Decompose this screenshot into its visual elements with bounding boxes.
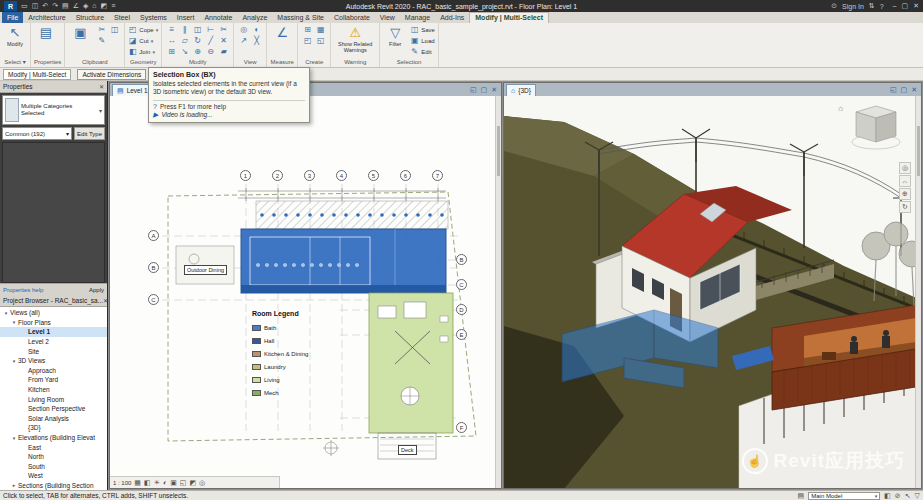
create-parts-icon[interactable]: ◱ (314, 35, 327, 46)
trim-icon[interactable]: ╱ (204, 35, 217, 46)
print-icon[interactable]: ▤ (62, 1, 69, 11)
worksets-icon[interactable]: ▤ (798, 492, 805, 500)
view-scale[interactable]: 1 : 100 (113, 480, 131, 486)
tree-item[interactable]: Site (0, 346, 107, 356)
close-properties-icon[interactable]: ✕ (99, 83, 104, 90)
detail-level-icon[interactable]: ▦ (134, 479, 141, 487)
tree-item[interactable]: Section Perspective (0, 404, 107, 414)
tree-item[interactable]: Level 1 (0, 327, 107, 337)
pin-icon[interactable]: ⊕ (191, 46, 204, 57)
exchange-apps-icon[interactable]: ⇅ (869, 2, 875, 10)
ribbon-tab[interactable]: File (2, 12, 23, 23)
design-options-dropdown[interactable]: Main Model ▾ (808, 492, 880, 500)
tree-item[interactable]: South (0, 462, 107, 472)
ribbon-tab[interactable]: Manage (400, 12, 435, 23)
close-view-icon[interactable]: ✕ (491, 86, 497, 94)
type-selector-dropdown-icon[interactable]: ▾ (99, 107, 102, 114)
selected-floor-region[interactable] (241, 229, 446, 293)
geometry-tool-button[interactable]: ◧ Join ▾ (128, 46, 158, 57)
close-project-browser-icon[interactable]: ✕ (103, 297, 107, 304)
ribbon-tab[interactable]: Analyze (237, 12, 272, 23)
paste-button[interactable]: ▣ (68, 24, 92, 41)
maximize-view-icon[interactable]: ▢ (481, 86, 488, 94)
crop-view-icon[interactable]: ▣ (170, 479, 177, 487)
properties-palette-button[interactable]: ▤ (34, 24, 58, 41)
geometry-tool-button[interactable]: ◰ Cope ▾ (128, 24, 158, 35)
delete-icon[interactable]: ✕ (217, 35, 230, 46)
override-graphics-icon[interactable]: ◐ (250, 24, 263, 35)
dropdown-arrow-icon[interactable]: ▾ (156, 27, 159, 33)
visual-style-icon[interactable]: ◧ (144, 479, 151, 487)
dropdown-arrow-icon[interactable]: ▾ (152, 49, 155, 55)
tree-item[interactable]: Level 2 (0, 337, 107, 347)
create-assembly-icon[interactable]: ◰ (301, 35, 314, 46)
ribbon-tab[interactable]: Systems (135, 12, 172, 23)
ribbon-tab[interactable]: Collaborate (329, 12, 375, 23)
selection-tool-button[interactable]: ✎ Edit (410, 46, 435, 57)
tree-item[interactable]: East (0, 442, 107, 452)
filter-button[interactable]: ▽ Filter (383, 24, 407, 48)
properties-help-link[interactable]: Properties help (3, 287, 43, 293)
3d-canvas[interactable]: ⌂ ◎⇔⊕↻ ☝ Revit应用技巧 (504, 96, 921, 488)
view-tab-3d[interactable]: ⌂ {3D} (506, 84, 536, 96)
type-selector[interactable]: Multiple Categories Selected ▾ (2, 95, 105, 125)
search-icon[interactable]: ⊙ (831, 2, 837, 10)
navigation-wheel-icon[interactable]: ◎ (899, 162, 911, 174)
align-icon[interactable]: ≡ (165, 24, 178, 35)
cut-icon[interactable]: ✂ (95, 24, 108, 35)
crop-region-icon[interactable]: ◱ (180, 479, 187, 487)
create-similar-icon[interactable]: ▦ (314, 24, 327, 35)
selection-tool-button[interactable]: ◫ Save (410, 24, 435, 35)
sun-path-icon[interactable]: ☀ (154, 479, 160, 487)
tree-item[interactable]: ▾ Views (all) (0, 308, 107, 318)
ribbon-tab[interactable]: Steel (109, 12, 135, 23)
temporary-hide-icon[interactable]: ◩ (189, 479, 196, 487)
editable-only-icon[interactable]: ◧ (884, 492, 891, 500)
rotate-icon[interactable]: ↻ (191, 35, 204, 46)
tree-item[interactable]: ▸ Sections (Building Section (0, 481, 107, 490)
view-tab-level-1[interactable]: ▤ Level 1 (112, 84, 153, 96)
ribbon-tab[interactable]: Add-Ins (435, 12, 469, 23)
tree-item[interactable]: North (0, 452, 107, 462)
ribbon-tab[interactable]: View (375, 12, 400, 23)
plan-vertical-scrollbar[interactable] (495, 96, 501, 488)
match-type-icon[interactable]: ✎ (95, 35, 108, 46)
revit-logo[interactable]: R (4, 1, 17, 11)
ribbon-tab[interactable]: Structure (71, 12, 109, 23)
ribbon-tab[interactable]: Massing & Site (272, 12, 329, 23)
close-view-icon[interactable]: ✕ (911, 86, 917, 94)
unpin-icon[interactable]: ⊖ (204, 46, 217, 57)
selection-filter-icon[interactable]: ▽ (915, 492, 920, 500)
select-group-label[interactable]: Select ▾ (3, 57, 27, 67)
ribbon-tab[interactable]: Insert (172, 12, 200, 23)
undo-icon[interactable]: ↶ (42, 1, 48, 11)
tree-item[interactable]: {3D} (0, 423, 107, 433)
tree-expander-icon[interactable]: ▾ (10, 319, 18, 325)
orbit-icon[interactable]: ↻ (899, 201, 911, 213)
restore-icon[interactable]: ▢ (902, 2, 909, 10)
tree-item[interactable]: ▾ Floor Plans (0, 318, 107, 328)
tree-item[interactable]: From Yard (0, 375, 107, 385)
selection-tool-button[interactable]: ▣ Load (410, 35, 435, 46)
pan-icon[interactable]: ⇔ (899, 175, 911, 187)
ribbon-tab[interactable]: Annotate (199, 12, 237, 23)
press-drag-icon[interactable]: ↖ (905, 492, 911, 500)
copy-tool-icon[interactable]: ▱ (178, 35, 191, 46)
array-icon[interactable]: ⊞ (165, 46, 178, 57)
hide-elements-icon[interactable]: ◎ (237, 24, 250, 35)
properties-filter-dropdown[interactable]: Common (192) ▾ (2, 127, 72, 140)
match-icon[interactable]: ▰ (217, 46, 230, 57)
show-related-warnings-button[interactable]: ⚠ Show Related Warnings (334, 24, 376, 55)
minimize-icon[interactable]: – (893, 2, 897, 10)
project-browser-header[interactable]: Project Browser - RAC_basic_sa... ✕ (0, 295, 107, 307)
tree-item[interactable]: Solar Analysis (0, 414, 107, 424)
offset-icon[interactable]: ∥ (178, 24, 191, 35)
tree-item[interactable]: Living Room (0, 394, 107, 404)
reveal-hidden-icon[interactable]: ◎ (199, 479, 205, 487)
tree-item[interactable]: ▾ Elevations (Building Elevat (0, 433, 107, 443)
3d-vertical-scrollbar[interactable] (915, 96, 921, 488)
edit-type-button[interactable]: Edit Type (74, 127, 105, 140)
scale-icon[interactable]: ↘ (178, 46, 191, 57)
restore-view-icon[interactable]: ◱ (470, 86, 477, 94)
maximize-view-icon[interactable]: ▢ (901, 86, 908, 94)
